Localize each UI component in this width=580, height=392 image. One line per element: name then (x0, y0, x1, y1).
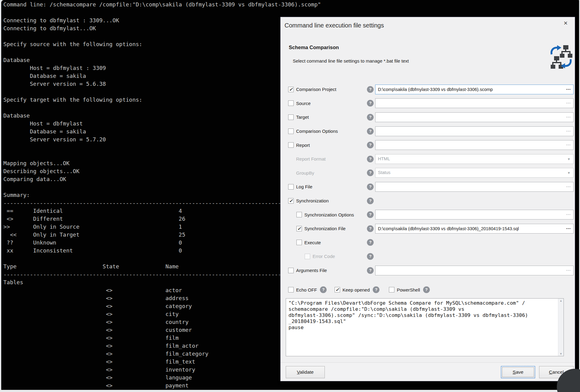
keep-opened-label: Keep opened (343, 287, 370, 292)
comparison-options-checkbox[interactable]: ✓ (288, 129, 294, 134)
row-synchronization-file: ✓ Synchronization File ? … (281, 222, 575, 236)
help-icon[interactable]: ? (367, 100, 374, 107)
settings-rows: ✓ Comparison Project ? … ✓ Source ? … ✓ … (281, 82, 575, 277)
report-input[interactable] (375, 140, 573, 150)
browse-button[interactable]: … (566, 113, 571, 119)
target-input[interactable] (375, 113, 573, 122)
help-icon[interactable]: ? (367, 225, 374, 232)
bat-file-text: "C:\Program Files\Devart\dbForge Schema … (288, 300, 556, 331)
row-execute: ✓ Execute ? (281, 236, 575, 250)
report-format-label: Report Format (296, 156, 326, 162)
help-icon[interactable]: ? (367, 253, 374, 260)
browse-button[interactable]: … (566, 127, 571, 133)
comparison-project-input[interactable] (375, 85, 573, 94)
synchronization-file-input[interactable] (375, 224, 573, 233)
schema-comparison-heading: Schema Comparison (289, 45, 339, 50)
dialog-footer: Validate Save Cancel ⋰ (281, 362, 575, 381)
error-code-checkbox: ✓ (305, 254, 310, 259)
help-icon[interactable]: ? (367, 128, 374, 135)
report-label: Report (296, 143, 310, 148)
target-checkbox[interactable]: ✓ (288, 114, 294, 120)
comparison-project-label: Comparison Project (296, 87, 336, 92)
synchronization-options-input[interactable] (375, 210, 573, 219)
help-icon[interactable]: ? (367, 183, 374, 190)
save-button[interactable]: Save (501, 366, 535, 378)
keep-opened-checkbox[interactable]: ✓ (335, 287, 340, 292)
help-icon[interactable]: ? (367, 239, 374, 246)
echo-off-checkbox[interactable]: ✓ (288, 287, 294, 292)
help-icon[interactable]: ? (423, 286, 430, 293)
row-source: ✓ Source ? … (281, 96, 575, 111)
comparison-options-input[interactable] (375, 127, 573, 136)
help-icon[interactable]: ? (367, 156, 374, 162)
browse-button[interactable]: … (566, 141, 571, 147)
groupby-label: GroupBy (296, 170, 314, 176)
source-input[interactable] (375, 99, 573, 108)
report-checkbox[interactable]: ✓ (288, 142, 294, 148)
row-report-format: Report Format ? HTML▼ (281, 152, 575, 166)
row-comparison-options: ✓ Comparison Options ? … (281, 124, 575, 138)
log-file-label: Log File (296, 184, 312, 189)
row-groupby: GroupBy ? Status▼ (281, 166, 575, 180)
powershell-checkbox[interactable]: ✓ (389, 287, 394, 292)
powershell-label: PowerShell (397, 287, 420, 292)
browse-button[interactable]: … (566, 225, 571, 230)
browse-button[interactable]: … (566, 85, 571, 91)
report-format-select: HTML▼ (375, 154, 574, 164)
scroll-up-icon[interactable]: ▲ (558, 299, 564, 302)
row-target: ✓ Target ? … (281, 110, 575, 124)
source-checkbox[interactable]: ✓ (288, 100, 294, 106)
help-icon[interactable]: ? (320, 286, 327, 293)
window-frame: Command line: /schemacompare /compfile:"… (0, 0, 580, 392)
help-icon[interactable]: ? (373, 286, 379, 293)
target-label: Target (296, 114, 309, 120)
help-icon[interactable]: ? (367, 142, 374, 148)
execute-checkbox[interactable]: ✓ (296, 240, 302, 245)
row-report: ✓ Report ? … (281, 138, 575, 152)
scroll-down-icon[interactable]: ▼ (558, 352, 564, 355)
help-icon[interactable]: ? (367, 86, 374, 93)
synchronization-label: Synchronization (296, 198, 329, 203)
comparison-project-checkbox[interactable]: ✓ (288, 87, 294, 92)
browse-button[interactable]: … (566, 211, 571, 216)
log-file-checkbox[interactable]: ✓ (288, 184, 294, 190)
synchronization-options-label: Synchronization Options (304, 212, 354, 217)
row-error-code: ✓ Error Code ? (281, 249, 575, 263)
arguments-file-input[interactable] (375, 266, 573, 275)
synchronization-options-checkbox[interactable]: ✓ (296, 212, 302, 217)
row-synchronization-options: ✓ Synchronization Options ? … (281, 208, 575, 222)
arguments-file-checkbox[interactable]: ✓ (288, 268, 294, 273)
chevron-down-icon: ▼ (567, 157, 571, 161)
validate-button[interactable]: Validate (286, 366, 325, 378)
help-icon[interactable]: ? (367, 211, 374, 218)
schema-compare-icon (549, 44, 573, 70)
comparison-options-label: Comparison Options (296, 129, 338, 134)
bat-file-text-area[interactable]: "C:\Program Files\Devart\dbForge Schema … (286, 298, 564, 356)
source-label: Source (296, 101, 311, 106)
arguments-file-label: Arguments File (296, 268, 327, 273)
browse-button[interactable]: … (566, 267, 571, 272)
row-synchronization: ✓ Synchronization ? (281, 194, 575, 208)
help-icon[interactable]: ? (367, 198, 374, 204)
help-icon[interactable]: ? (367, 114, 374, 121)
row-comparison-project: ✓ Comparison Project ? … (281, 82, 575, 96)
dialog-subtitle: Select command line file settings to man… (293, 58, 409, 64)
synchronization-checkbox[interactable]: ✓ (288, 198, 294, 204)
echo-off-label: Echo OFF (296, 287, 317, 292)
bat-options-row: ✓ Echo OFF ? ✓ Keep opened ? ✓ PowerShel… (281, 285, 575, 295)
browse-button[interactable]: … (566, 99, 571, 105)
help-icon[interactable]: ? (367, 169, 374, 176)
powershell-group: ✓ PowerShell ? (389, 285, 430, 295)
terminal-output: Command line: /schemacompare /compfile:"… (3, 1, 321, 390)
browse-button[interactable]: … (566, 183, 571, 188)
error-code-label: Error Code (313, 254, 335, 259)
echo-off-group: ✓ Echo OFF ? (288, 285, 327, 295)
synchronization-file-checkbox[interactable]: ✓ (296, 226, 302, 231)
close-icon[interactable]: × (561, 19, 570, 27)
synchronization-file-label: Synchronization File (304, 226, 346, 231)
log-file-input[interactable] (375, 182, 573, 191)
groupby-select: Status▼ (375, 168, 574, 178)
scrollbar[interactable]: ▲ ▼ (558, 299, 564, 356)
command-line-settings-dialog: Command line execution file settings × S… (280, 17, 575, 381)
help-icon[interactable]: ? (367, 267, 374, 274)
